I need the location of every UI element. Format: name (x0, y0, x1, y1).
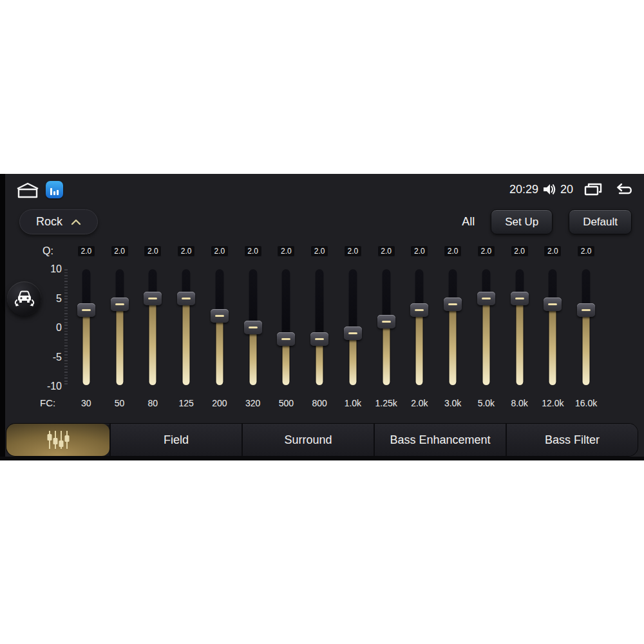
gain-scale-label: -10 (47, 381, 62, 392)
band-slider[interactable] (303, 269, 336, 385)
band-slider-fill (450, 304, 457, 385)
band-slider-handle[interactable] (344, 327, 362, 340)
band-slider[interactable] (403, 269, 437, 385)
eq-band: 2.0 5.0k (469, 245, 503, 408)
band-slider[interactable] (436, 269, 469, 385)
all-label[interactable]: All (462, 215, 475, 229)
eq-band: 2.0 8.0k (503, 245, 536, 408)
band-slider-fill (216, 316, 223, 385)
preset-selector[interactable]: Rock (19, 209, 98, 234)
band-slider-fill (349, 333, 356, 385)
band-slider[interactable] (137, 269, 170, 385)
band-slider-fill (482, 298, 489, 385)
setup-button[interactable]: Set Up (491, 209, 553, 234)
band-slider[interactable] (236, 269, 270, 385)
band-slider-handle[interactable] (444, 298, 462, 311)
tab-bass-enhancement[interactable]: Bass Enhancement (374, 424, 506, 456)
band-slider-fill (116, 304, 123, 385)
slider-handle-dash (215, 315, 224, 317)
slider-handle-dash (315, 338, 324, 340)
band-q-value: 2.0 (377, 245, 395, 257)
band-q-value: 2.0 (444, 245, 462, 257)
band-slider-handle[interactable] (244, 321, 262, 334)
fc-row-label: FC: (40, 398, 55, 408)
status-bar-right: 20:29 20 (509, 180, 634, 199)
eq-band: 2.0 320 (236, 245, 270, 408)
band-q-value: 2.0 (310, 245, 328, 257)
eq-band: 2.0 16.0k (569, 245, 603, 408)
screen-left-edge (0, 174, 5, 460)
eq-band: 2.0 50 (103, 245, 137, 408)
band-slider[interactable] (370, 269, 403, 385)
eq-actions: All Set Up Default (462, 209, 632, 234)
band-slider-fill (516, 298, 523, 385)
eq-band: 2.0 125 (169, 245, 203, 408)
band-freq-label: 50 (115, 398, 125, 408)
band-slider[interactable] (336, 269, 370, 385)
band-slider-handle[interactable] (144, 292, 162, 305)
band-slider-handle[interactable] (511, 292, 529, 305)
slider-handle-dash (148, 298, 157, 299)
band-slider-handle[interactable] (310, 332, 328, 346)
band-slider[interactable] (70, 269, 103, 385)
band-slider[interactable] (503, 269, 536, 385)
band-slider-handle[interactable] (211, 309, 229, 323)
slider-handle-dash (515, 298, 524, 299)
band-slider-handle[interactable] (277, 332, 295, 346)
eq-app-button[interactable] (46, 181, 63, 198)
tab-equalizer[interactable] (6, 424, 109, 456)
band-slider-handle[interactable] (377, 315, 395, 328)
slider-handle-dash (448, 303, 457, 305)
band-slider-handle[interactable] (77, 303, 95, 317)
band-slider-handle[interactable] (410, 303, 428, 317)
q-row-label: Q: (43, 245, 53, 257)
gain-scale-label: 10 (50, 263, 62, 275)
eq-band: 2.0 500 (270, 245, 303, 408)
band-slider-handle[interactable] (111, 298, 129, 311)
back-button[interactable] (613, 182, 634, 196)
band-q-value: 2.0 (477, 245, 495, 257)
band-freq-label: 500 (279, 398, 294, 408)
head-unit-screen: 20:29 20 Rock All S (0, 174, 644, 460)
band-freq-label: 5.0k (478, 398, 495, 408)
band-slider-handle[interactable] (177, 292, 195, 305)
eq-band: 2.0 200 (203, 245, 236, 408)
tab-surround[interactable]: Surround (242, 424, 374, 456)
band-freq-label: 1.0k (345, 398, 361, 408)
eq-app-icon (50, 188, 59, 195)
band-slider[interactable] (103, 269, 137, 385)
band-slider-handle[interactable] (577, 303, 595, 317)
default-button[interactable]: Default (569, 209, 632, 234)
band-slider[interactable] (270, 269, 303, 385)
band-q-value: 2.0 (144, 245, 162, 257)
gain-scale-ticks (64, 269, 68, 386)
band-slider[interactable] (536, 269, 570, 385)
tab-bass-filter[interactable]: Bass Filter (506, 424, 638, 456)
band-slider-handle[interactable] (544, 298, 562, 311)
home-button[interactable] (15, 182, 41, 200)
back-icon (613, 182, 634, 196)
eq-band: 2.0 1.25k (370, 245, 403, 408)
gain-scale: 1050-5-10 (33, 269, 62, 386)
slider-handle-dash (415, 309, 424, 311)
band-freq-label: 80 (148, 398, 158, 408)
band-slider[interactable] (569, 269, 603, 385)
gain-scale-label: 0 (56, 322, 62, 334)
sound-field-car-button[interactable] (7, 281, 41, 316)
recents-button[interactable] (583, 182, 603, 197)
volume-icon (542, 183, 556, 196)
car-rotate-icon (12, 289, 37, 309)
slider-handle-dash (582, 309, 591, 311)
band-slider[interactable] (469, 269, 503, 385)
band-q-value: 2.0 (77, 245, 95, 257)
band-slider[interactable] (169, 269, 203, 385)
band-q-value: 2.0 (277, 245, 295, 257)
band-q-value: 2.0 (344, 245, 362, 257)
tab-field[interactable]: Field (109, 424, 242, 456)
band-slider[interactable] (203, 269, 236, 385)
eq-band: 2.0 3.0k (436, 245, 469, 408)
band-freq-label: 16.0k (575, 398, 597, 408)
band-q-value: 2.0 (211, 245, 229, 257)
slider-handle-dash (249, 327, 258, 328)
band-slider-handle[interactable] (477, 292, 495, 305)
